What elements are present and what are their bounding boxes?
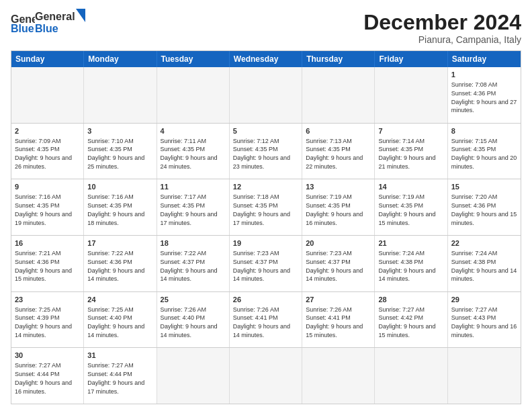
day-27: 27 Sunrise: 7:26 AMSunset: 4:41 PMDaylig…	[302, 292, 375, 348]
logo-general: General	[35, 11, 75, 23]
location: Pianura, Campania, Italy	[363, 34, 521, 45]
logo-icon: General Blue	[11, 11, 35, 35]
empty-cell	[302, 67, 375, 123]
day-28: 28 Sunrise: 7:27 AMSunset: 4:42 PMDaylig…	[375, 292, 447, 348]
day-5: 5 Sunrise: 7:12 AMSunset: 4:35 PMDayligh…	[230, 124, 302, 179]
logo: General Blue General Blue	[11, 11, 85, 35]
svg-marker-3	[76, 9, 85, 22]
logo-blue: Blue	[35, 23, 85, 35]
day-2: 2 Sunrise: 7:09 AMSunset: 4:35 PMDayligh…	[11, 124, 84, 179]
day-19: 19 Sunrise: 7:23 AMSunset: 4:37 PMDaylig…	[230, 236, 302, 291]
day-20: 20 Sunrise: 7:23 AMSunset: 4:37 PMDaylig…	[302, 236, 375, 291]
day-6: 6 Sunrise: 7:13 AMSunset: 4:35 PMDayligh…	[302, 124, 375, 179]
title-block: December 2024 Pianura, Campania, Italy	[363, 11, 521, 45]
day-4: 4 Sunrise: 7:11 AMSunset: 4:35 PMDayligh…	[157, 124, 230, 179]
day-13: 13 Sunrise: 7:19 AMSunset: 4:35 PMDaylig…	[302, 179, 375, 235]
day-25: 25 Sunrise: 7:26 AMSunset: 4:40 PMDaylig…	[157, 292, 230, 348]
empty-cell	[302, 348, 375, 404]
empty-cell	[11, 67, 84, 123]
day-18: 18 Sunrise: 7:22 AMSunset: 4:37 PMDaylig…	[157, 236, 230, 291]
day-7: 7 Sunrise: 7:14 AMSunset: 4:35 PMDayligh…	[375, 124, 447, 179]
cal-row-6: 30 Sunrise: 7:27 AMSunset: 4:44 PMDaylig…	[11, 347, 521, 404]
empty-cell	[157, 348, 230, 404]
empty-cell	[375, 348, 447, 404]
header-sunday: Sunday	[11, 51, 84, 67]
day-10: 10 Sunrise: 7:16 AMSunset: 4:35 PMDaylig…	[84, 179, 157, 235]
cal-row-4: 16 Sunrise: 7:21 AMSunset: 4:36 PMDaylig…	[11, 235, 521, 291]
header-monday: Monday	[84, 51, 157, 67]
day-17: 17 Sunrise: 7:22 AMSunset: 4:36 PMDaylig…	[84, 236, 157, 291]
day-21: 21 Sunrise: 7:24 AMSunset: 4:38 PMDaylig…	[375, 236, 447, 291]
day-30: 30 Sunrise: 7:27 AMSunset: 4:44 PMDaylig…	[11, 348, 84, 404]
cal-row-2: 2 Sunrise: 7:09 AMSunset: 4:35 PMDayligh…	[11, 123, 521, 179]
logo-wing-icon	[76, 9, 85, 22]
day-9: 9 Sunrise: 7:16 AMSunset: 4:35 PMDayligh…	[11, 179, 84, 235]
day-1: 1 Sunrise: 7:08 AMSunset: 4:36 PMDayligh…	[448, 67, 521, 123]
month-title: December 2024	[363, 11, 521, 34]
svg-text:Blue: Blue	[11, 23, 34, 34]
empty-cell	[157, 67, 230, 123]
empty-cell	[448, 348, 521, 404]
calendar-header: Sunday Monday Tuesday Wednesday Thursday…	[11, 51, 521, 67]
day-26: 26 Sunrise: 7:26 AMSunset: 4:41 PMDaylig…	[230, 292, 302, 348]
empty-cell	[230, 348, 302, 404]
day-22: 22 Sunrise: 7:24 AMSunset: 4:38 PMDaylig…	[448, 236, 521, 291]
page: General Blue General Blue December 2024 …	[0, 0, 532, 411]
day-8: 8 Sunrise: 7:15 AMSunset: 4:35 PMDayligh…	[448, 124, 521, 179]
cal-row-1: 1 Sunrise: 7:08 AMSunset: 4:36 PMDayligh…	[11, 67, 521, 123]
day-23: 23 Sunrise: 7:25 AMSunset: 4:39 PMDaylig…	[11, 292, 84, 348]
empty-cell	[84, 67, 157, 123]
day-29: 29 Sunrise: 7:27 AMSunset: 4:43 PMDaylig…	[448, 292, 521, 348]
header-friday: Friday	[375, 51, 447, 67]
cal-row-3: 9 Sunrise: 7:16 AMSunset: 4:35 PMDayligh…	[11, 179, 521, 235]
empty-cell	[375, 67, 447, 123]
day-24: 24 Sunrise: 7:25 AMSunset: 4:40 PMDaylig…	[84, 292, 157, 348]
header: General Blue General Blue December 2024 …	[11, 11, 521, 45]
day-14: 14 Sunrise: 7:19 AMSunset: 4:35 PMDaylig…	[375, 179, 447, 235]
day-11: 11 Sunrise: 7:17 AMSunset: 4:35 PMDaylig…	[157, 179, 230, 235]
calendar: Sunday Monday Tuesday Wednesday Thursday…	[11, 50, 521, 404]
header-saturday: Saturday	[448, 51, 521, 67]
day-31: 31 Sunrise: 7:27 AMSunset: 4:44 PMDaylig…	[84, 348, 157, 404]
empty-cell	[230, 67, 302, 123]
day-15: 15 Sunrise: 7:20 AMSunset: 4:36 PMDaylig…	[448, 179, 521, 235]
day-12: 12 Sunrise: 7:18 AMSunset: 4:35 PMDaylig…	[230, 179, 302, 235]
cal-row-5: 23 Sunrise: 7:25 AMSunset: 4:39 PMDaylig…	[11, 291, 521, 348]
calendar-body: 1 Sunrise: 7:08 AMSunset: 4:36 PMDayligh…	[11, 67, 521, 404]
header-thursday: Thursday	[302, 51, 375, 67]
day-16: 16 Sunrise: 7:21 AMSunset: 4:36 PMDaylig…	[11, 236, 84, 291]
header-wednesday: Wednesday	[230, 51, 302, 67]
day-3: 3 Sunrise: 7:10 AMSunset: 4:35 PMDayligh…	[84, 124, 157, 179]
header-tuesday: Tuesday	[157, 51, 230, 67]
